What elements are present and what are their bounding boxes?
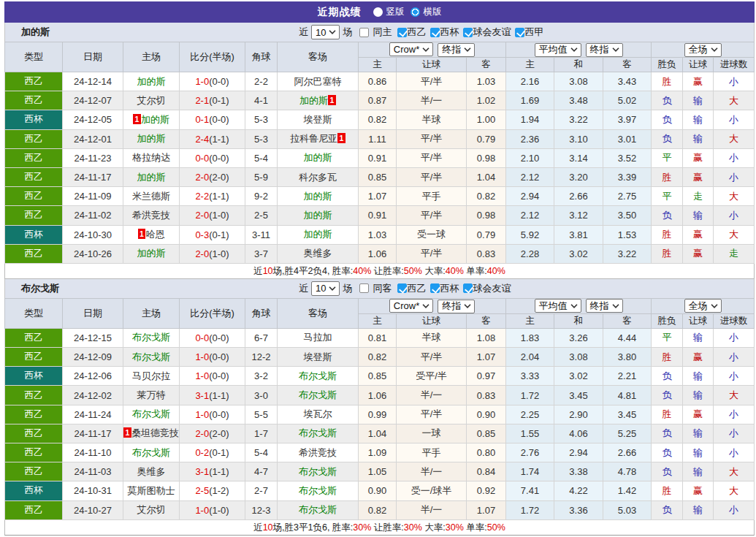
avg-home: 1.72 [506, 500, 554, 519]
team-section-header: 加的斯 近 10 场 同主 西乙西杯球会友谊西甲 [4, 23, 755, 42]
team-label: 加的斯 [304, 229, 332, 240]
match-count-select[interactable]: 10 [311, 25, 340, 39]
odds-handicap: 半/一 [397, 462, 467, 481]
goals-result: 大 [714, 386, 755, 405]
same-side-label: 同主 [373, 26, 392, 39]
outcome-result: 负 [652, 386, 683, 405]
col-header-home: 主场 [123, 42, 180, 72]
handicap-result: 输 [683, 462, 714, 481]
same-side-checkbox[interactable] [359, 28, 369, 37]
handicap-result: 输 [683, 386, 714, 405]
same-side-checkbox[interactable] [359, 283, 369, 293]
odds-kind-select[interactable]: 终指 [438, 43, 475, 57]
home-team: 布尔戈斯 [123, 405, 180, 424]
competition-badge: 西乙 [5, 91, 63, 110]
odds-away: 0.83 [467, 386, 506, 405]
avg-draw: 3.20 [554, 167, 603, 186]
odds-away: 1.07 [467, 500, 506, 519]
odds-handicap: 平/半 [397, 148, 467, 167]
competition-label: 球会友谊 [473, 282, 511, 295]
competition-checkbox-西杯[interactable] [430, 283, 440, 293]
corner-count: 12-2 [245, 348, 278, 367]
col-header-date: 日期 [63, 42, 123, 72]
match-row: 西乙 24-11-10 布尔戈斯 0-2(0-1) 5-4 希洪竞技 1.09 … [5, 443, 755, 462]
team-label: 布尔戈斯 [299, 370, 337, 381]
away-team: 奥维多 [278, 244, 359, 263]
avg-away: 3.43 [603, 72, 652, 91]
col-header-type[interactable]: 类型 [5, 298, 63, 328]
odds-home: 1.05 [359, 462, 397, 481]
average-group-header: 平均值终指 [506, 298, 652, 313]
odds-home: 1.06 [359, 244, 397, 263]
match-date: 24-10-26 [63, 244, 123, 263]
summary-stat-label: 大率: [422, 266, 446, 276]
competition-checkbox-球会友谊[interactable] [463, 28, 473, 37]
home-team: 莱万特 [123, 386, 180, 405]
competition-badge: 西乙 [5, 328, 63, 347]
rank-badge: 1 [123, 427, 131, 438]
odds-handicap: 平手 [397, 187, 467, 206]
chevron-down-icon [329, 30, 336, 34]
col-header-type[interactable]: 类型 [5, 42, 63, 72]
avg-home: 3.33 [506, 367, 554, 386]
subcol-odds-home: 主 [359, 58, 397, 72]
corner-count: 5-3 [245, 110, 278, 129]
scope-select[interactable]: 全场 [684, 299, 722, 313]
bookmaker-select[interactable]: Crow* [389, 42, 433, 56]
match-score: 3-1(1-1) [180, 386, 245, 405]
radio-horizontal-icon[interactable] [411, 7, 420, 17]
avg-away: 4.78 [603, 462, 652, 481]
goals-result: 小 [714, 328, 755, 347]
subcol-odds-home: 主 [359, 313, 397, 328]
corner-count: 4-7 [245, 462, 278, 481]
scope-select[interactable]: 全场 [684, 43, 722, 57]
match-date: 24-11-10 [63, 443, 123, 462]
avg-home: 1.72 [506, 386, 554, 405]
match-score: 2-0(1-0) [180, 244, 245, 263]
home-team: 奥维多 [123, 462, 180, 481]
away-team: 埃登斯 [278, 110, 359, 129]
odds-handicap: 平手 [397, 443, 467, 462]
average-select[interactable]: 平均值 [535, 299, 581, 313]
odds-handicap: 半/一 [397, 386, 467, 405]
goals-result: 大 [714, 129, 755, 148]
odds-away: 0.92 [467, 481, 506, 500]
radio-vertical-icon[interactable] [373, 7, 383, 17]
competition-checkbox-西甲[interactable] [515, 28, 524, 37]
average-select[interactable]: 平均值 [535, 43, 581, 57]
outcome-result: 负 [652, 367, 683, 386]
home-team: 米兰德斯 [123, 187, 180, 206]
layout-option-horizontal[interactable]: 横版 [411, 6, 442, 18]
team-label: 加的斯 [304, 152, 332, 163]
corner-count: 12-3 [245, 500, 278, 519]
avg-draw: 3.48 [554, 91, 603, 110]
same-side-label: 同客 [373, 282, 392, 295]
outcome-result: 负 [652, 424, 683, 443]
chevron-down-icon [329, 286, 336, 291]
avg-away: 2.21 [603, 367, 652, 386]
team-label: 加的斯 [304, 191, 332, 202]
bookmaker-select[interactable]: Crow* [389, 299, 433, 313]
avg-home: 2.94 [506, 187, 554, 206]
goals-result: 小 [714, 167, 755, 186]
avg-away: 1.53 [603, 225, 652, 244]
average-kind-select[interactable]: 终指 [586, 43, 623, 57]
competition-checkbox-西乙[interactable] [397, 283, 407, 293]
team-section-header: 布尔戈斯 近 10 场 同客 西乙西杯球会友谊 [4, 279, 755, 298]
away-team: 布尔戈斯 [278, 462, 359, 481]
competition-checkbox-球会友谊[interactable] [463, 283, 473, 293]
team-label: 希洪竞技 [132, 210, 170, 221]
chevron-down-icon [464, 304, 471, 308]
average-group-header: 平均值终指 [506, 42, 652, 58]
average-kind-select[interactable]: 终指 [586, 299, 623, 313]
team-label: 科尔多瓦 [299, 172, 337, 183]
odds-away: 0.82 [467, 187, 506, 206]
corner-count: 5-4 [245, 443, 278, 462]
odds-kind-select[interactable]: 终指 [438, 300, 475, 313]
layout-option-vertical[interactable]: 竖版 [373, 6, 405, 18]
competition-checkbox-西乙[interactable] [397, 28, 407, 37]
home-team: 加的斯 [123, 167, 180, 186]
match-count-select[interactable]: 10 [311, 281, 340, 296]
team-label: 布尔戈斯 [299, 485, 337, 496]
competition-checkbox-西杯[interactable] [430, 28, 440, 37]
